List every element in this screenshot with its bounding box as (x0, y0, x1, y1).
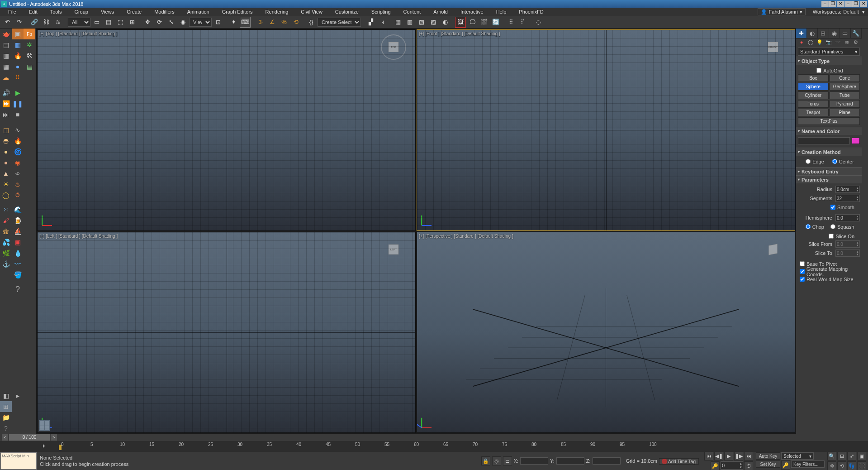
pal-play-icon[interactable]: 🔊 (0, 87, 12, 98)
pal-swirl2-icon[interactable]: ◉ (12, 157, 24, 168)
pal-paint-icon[interactable]: 🖌 (0, 215, 12, 226)
pal-scatter-icon[interactable]: ⁙ (0, 204, 12, 215)
time-config-button[interactable]: ⏱ (744, 461, 753, 470)
undo-button[interactable]: ↶ (2, 17, 13, 28)
maximize-viewport-button[interactable]: ⛶ (857, 461, 866, 470)
orbit-button[interactable]: ⟲ (837, 461, 846, 470)
spinner-snap-button[interactable]: ⟲ (290, 17, 301, 28)
subcat-lights[interactable]: 💡 (816, 39, 823, 46)
pal-drop-icon[interactable]: ◓ (0, 135, 12, 146)
mirror-button[interactable]: ▞ (365, 17, 376, 28)
pal-road-icon[interactable]: 🛣 (0, 226, 12, 237)
viewcube-front[interactable]: FRONT (760, 34, 786, 60)
viewport-left-label[interactable]: [+] [Left ] [Standard ] [Default Shading… (39, 234, 118, 239)
slice-from-spinner[interactable]: 0.0▴▾ (835, 240, 860, 248)
menu-customize[interactable]: Customize (329, 8, 365, 16)
pal-flame-icon[interactable]: 🔥 (12, 135, 24, 146)
primitive-category-dropdown[interactable]: Standard Primitives▾ (798, 48, 860, 56)
pal-wave-icon[interactable]: 〰 (12, 259, 24, 269)
chop-radio[interactable] (806, 224, 811, 229)
rect-region-button[interactable]: ⬚ (115, 17, 126, 28)
autokey-button[interactable]: Auto Key (756, 452, 780, 460)
setkey-big-button[interactable]: 🔑 (781, 460, 790, 470)
app-close-button[interactable]: ✕ (860, 1, 867, 7)
pal-calendar-icon[interactable]: ▦ (0, 61, 12, 72)
menu-arnold[interactable]: Arnold (427, 8, 454, 16)
pal-beer-icon[interactable]: 🍺 (12, 215, 24, 226)
render-setup-button[interactable]: 🖼 (455, 17, 466, 28)
restore-button[interactable]: ❐ (829, 1, 836, 7)
track-bar[interactable]: ⏵ 0 5 10 15 20 25 30 35 40 45 50 55 60 6… (0, 441, 868, 452)
slice-to-spinner[interactable]: 0.0▴▾ (835, 249, 860, 257)
pal-grass-icon[interactable]: 🌿 (0, 248, 12, 259)
segments-spinner[interactable]: 32▴▾ (835, 195, 860, 202)
pal-skip-icon[interactable]: ⏭ (0, 109, 12, 120)
y-field[interactable] (556, 457, 584, 465)
window-crossing-button[interactable]: ⊞ (127, 17, 138, 28)
rollout-parameters[interactable]: ▾Parameters (796, 175, 862, 183)
obj-cone[interactable]: Cone (830, 74, 860, 82)
ref-coord-dropdown[interactable]: View (189, 18, 212, 27)
goto-end-button[interactable]: ⏭ (744, 451, 753, 460)
unlink-button[interactable]: ⛓ (41, 17, 52, 28)
x-field[interactable] (520, 457, 548, 465)
pal-wrench-icon[interactable]: 🛠 (24, 50, 35, 61)
pal-anchor-icon[interactable]: ⚓ (0, 259, 12, 269)
trackbar-expand-icon[interactable]: ⏵ (42, 443, 47, 448)
pal-grid-icon[interactable]: ▦ (12, 39, 24, 50)
lock-selection-button[interactable]: 🔒 (481, 456, 490, 465)
menu-animation[interactable]: Animation (181, 8, 216, 16)
menu-edit[interactable]: Edit (23, 8, 44, 16)
pal-sun-icon[interactable]: ☀ (0, 179, 12, 190)
obj-box[interactable]: Box (798, 74, 829, 82)
placement-button[interactable]: ◉ (177, 17, 188, 28)
menu-graph-editors[interactable]: Graph Editors (216, 8, 259, 16)
radius-spinner[interactable]: 0.0cm▴▾ (835, 186, 860, 193)
viewport-perspective[interactable]: [+] [Perspective ] [Standard ] [Default … (417, 232, 795, 433)
obj-geosphere[interactable]: GeoSphere (830, 83, 860, 91)
pal-cloud-icon[interactable]: ☁ (0, 72, 12, 83)
menu-create[interactable]: Create (120, 8, 148, 16)
pal-expand-icon[interactable]: ▸ (12, 390, 24, 401)
obj-torus[interactable]: Torus (798, 100, 829, 108)
current-frame-spinner[interactable]: 0▴▾ (721, 461, 743, 470)
panel-resize-strip[interactable] (862, 29, 868, 434)
render-iterative-button[interactable]: 🔄 (490, 17, 501, 28)
zoom-extents-button[interactable]: ⤢ (847, 451, 856, 460)
viewport-layout-button[interactable] (38, 420, 50, 432)
selection-bracket-button[interactable]: ⊏ (503, 456, 512, 465)
slice-on-checkbox[interactable] (829, 234, 834, 239)
pal-doc-icon[interactable]: ▥ (0, 50, 12, 61)
isolate-selection-button[interactable]: ◎ (492, 456, 501, 465)
method-center-radio[interactable] (832, 159, 837, 164)
pal-drop2-icon[interactable]: 💧 (12, 248, 24, 259)
obj-cylinder[interactable]: Cylinder (798, 91, 829, 99)
pivot-center-button[interactable]: ⊡ (213, 17, 223, 28)
angle-snap-button[interactable]: ∠ (267, 17, 278, 28)
pal-flame2-icon[interactable]: ♨ (12, 179, 24, 190)
key-filters-dropdown[interactable]: Key Filters... (791, 460, 825, 468)
pal-ball-icon[interactable]: ● (0, 146, 12, 157)
tab-motion[interactable]: ◉ (829, 29, 840, 38)
toggle-ribbon-button[interactable]: ▥ (404, 17, 415, 28)
rendered-frame-button[interactable]: 🖵 (467, 17, 478, 28)
pal-list-icon[interactable]: ▤ (0, 39, 12, 50)
pal-fp-icon[interactable]: Fp (24, 29, 35, 39)
pal-link-icon[interactable]: ⥀ (12, 190, 24, 201)
viewcube-persp[interactable] (760, 237, 786, 262)
render-button[interactable]: 🎬 (479, 17, 489, 28)
pal-sphere-icon[interactable]: ● (12, 61, 24, 72)
rotate-button[interactable]: ⟳ (154, 17, 165, 28)
edit-selection-set-button[interactable]: {} (306, 17, 317, 28)
zoom-all-button[interactable]: ⊞ (837, 451, 846, 460)
menu-civil-view[interactable]: Civil View (294, 8, 328, 16)
pal-ball2-icon[interactable]: ● (0, 157, 12, 168)
keyboard-shortcut-toggle[interactable]: ⌨ (240, 17, 251, 28)
obj-teapot[interactable]: Teapot (798, 109, 829, 116)
link-button[interactable]: 🔗 (29, 17, 40, 28)
goto-start-button[interactable]: ⏮ (704, 451, 713, 460)
tab-utilities[interactable]: 🔧 (851, 29, 862, 38)
pal-cube-icon[interactable]: ◫ (0, 125, 12, 135)
pal-teapot-icon[interactable]: 🫖 (0, 29, 12, 39)
menu-content[interactable]: Content (397, 8, 427, 16)
